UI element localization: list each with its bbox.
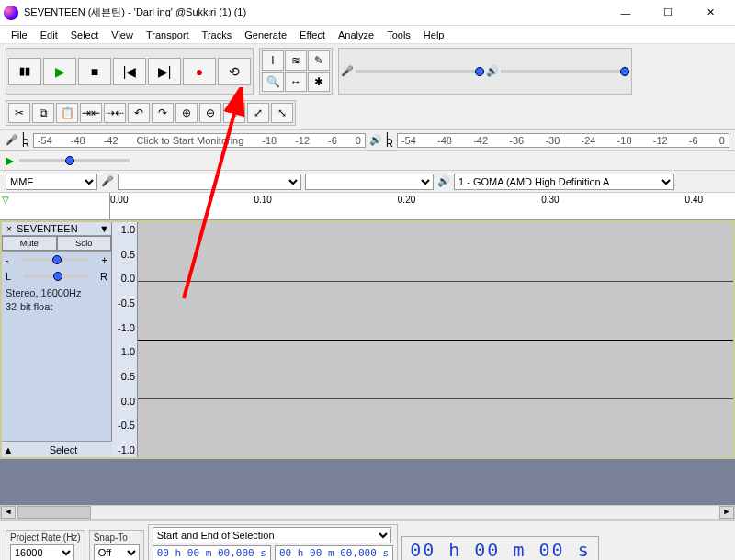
selection-end-time[interactable]: 00 h 00 m 00,000 s (275, 545, 393, 560)
audio-position-display[interactable]: 00 h 00 m 00 s (401, 536, 599, 560)
meter-row: 🎤 LR -54 -48 -42 Click to Start Monitori… (0, 130, 735, 151)
zoom-out-button[interactable]: ⊖ (199, 103, 221, 123)
rec-device-mic-icon: 🎤 (101, 175, 114, 187)
pause-button[interactable]: ▮▮ (8, 58, 41, 85)
toolbar-area: ▮▮ ▶ ■ |◀ ▶| ● ⟲ I ≋ ✎ 🔍 ↔ ✱ 🎤 🔊 ✂ ⧉ 📋 ⇥… (0, 44, 735, 130)
scroll-thumb[interactable] (17, 506, 91, 519)
horizontal-scrollbar[interactable]: ◄ ► (0, 505, 735, 520)
timeline-ruler[interactable]: ▽ 0.00 0.10 0.20 0.30 0.40 (0, 193, 735, 220)
menu-bar: File Edit Select View Transport Tracks G… (0, 26, 735, 44)
recording-channels-select[interactable] (305, 174, 434, 190)
mic-icon: 🎤 (341, 65, 354, 77)
speaker-icon: 🔊 (486, 65, 499, 77)
play-meter-speaker-icon: 🔊 (369, 134, 382, 146)
window-title: SEVENTEEN (세븐틴) - 'Darl ing' @Sukkiri (1… (24, 6, 605, 19)
zoom-tool-button[interactable]: 🔍 (262, 72, 284, 92)
recording-device-select[interactable] (118, 174, 301, 190)
minimize-button[interactable]: — (605, 0, 647, 26)
pan-slider[interactable] (24, 274, 88, 278)
device-toolbar: MME 🎤 🔊 1 - GOMA (AMD High Definition A (0, 171, 735, 193)
menu-view[interactable]: View (106, 28, 139, 42)
playback-speed-row: ▶ (0, 151, 735, 171)
rec-volume-slider[interactable] (356, 70, 484, 73)
play-volume-slider[interactable] (501, 70, 629, 73)
selection-format-select[interactable]: Start and End of Selection (153, 527, 391, 543)
menu-analyze[interactable]: Analyze (333, 28, 379, 42)
zoom-in-button[interactable]: ⊕ (175, 103, 198, 123)
menu-help[interactable]: Help (418, 28, 450, 42)
skip-start-button[interactable]: |◀ (113, 58, 146, 85)
play-meter-lr: LR (386, 133, 393, 148)
empty-track-space (0, 459, 735, 505)
loop-button[interactable]: ⟲ (218, 58, 251, 85)
menu-edit[interactable]: Edit (35, 28, 63, 42)
track-menu-dropdown-icon[interactable]: ▼ (99, 223, 109, 234)
title-bar: SEVENTEEN (세븐틴) - 'Darl ing' @Sukkiri (1… (0, 0, 735, 26)
menu-file[interactable]: File (6, 28, 33, 42)
maximize-button[interactable]: ☐ (647, 0, 689, 26)
rec-meter-mic-icon[interactable]: 🎤 (6, 134, 18, 146)
redo-button[interactable]: ↷ (152, 103, 174, 123)
menu-select[interactable]: Select (65, 28, 105, 42)
selection-tool-button[interactable]: I (262, 50, 284, 71)
timeshift-tool-button[interactable]: ↔ (285, 72, 307, 92)
envelope-tool-button[interactable]: ≋ (285, 50, 307, 71)
menu-tools[interactable]: Tools (381, 28, 416, 42)
snap-to-select[interactable]: Off (94, 544, 140, 560)
zoom-sel-button[interactable]: ⌕ (223, 103, 245, 123)
multi-tool-button[interactable]: ✱ (308, 72, 330, 92)
scroll-right-button[interactable]: ► (719, 506, 734, 519)
skip-end-button[interactable]: ▶| (148, 58, 181, 85)
track-collapse-button[interactable]: ▲ (2, 444, 15, 455)
menu-generate[interactable]: Generate (239, 28, 292, 42)
selection-start-time[interactable]: 00 h 00 m 00,000 s (153, 545, 271, 560)
track-name[interactable]: SEVENTEEN (15, 223, 99, 234)
pin-indicator-icon: ▽ (2, 195, 9, 205)
edit-toolbar: ✂ ⧉ 📋 ⇥⇤ ⇢⇠ ↶ ↷ ⊕ ⊖ ⌕ ⤢ ⤡ (6, 100, 296, 126)
play-button[interactable]: ▶ (43, 58, 76, 85)
record-button[interactable]: ● (183, 58, 216, 85)
project-rate-label: Project Rate (Hz) (10, 532, 81, 543)
selection-toolbar: Project Rate (Hz) 16000 Snap-To Off Star… (0, 520, 735, 560)
zoom-toggle-button[interactable]: ⤡ (271, 103, 293, 123)
rec-volume-toolbar: 🎤 🔊 (338, 48, 632, 95)
snap-to-label: Snap-To (94, 532, 140, 543)
draw-tool-button[interactable]: ✎ (308, 50, 330, 71)
app-logo-icon (4, 6, 18, 20)
menu-tracks[interactable]: Tracks (197, 28, 238, 42)
play-at-speed-button[interactable]: ▶ (6, 154, 14, 167)
track-format-info: Stereo, 16000Hz32-bit float (2, 285, 111, 315)
track-area: × SEVENTEEN ▼ Mute Solo -+ LR Stereo, 16… (0, 220, 735, 459)
gain-slider[interactable] (23, 258, 87, 262)
tools-toolbar: I ≋ ✎ 🔍 ↔ ✱ (259, 48, 333, 95)
paste-button[interactable]: 📋 (56, 103, 78, 123)
audio-host-select[interactable]: MME (6, 174, 97, 190)
track-close-button[interactable]: × (4, 223, 15, 234)
copy-button[interactable]: ⧉ (32, 103, 54, 123)
menu-effect[interactable]: Effect (294, 28, 331, 42)
waveform-canvas[interactable] (138, 222, 733, 457)
track-select-button[interactable]: Select (15, 444, 112, 455)
trim-button[interactable]: ⇥⇤ (80, 103, 102, 123)
undo-button[interactable]: ↶ (128, 103, 150, 123)
recording-meter[interactable]: -54 -48 -42 Click to Start Monitoring -1… (33, 133, 366, 148)
rec-meter-lr: LR (22, 133, 29, 148)
playback-speed-slider[interactable] (19, 159, 130, 162)
close-button[interactable]: ✕ (689, 0, 731, 26)
play-device-speaker-icon: 🔊 (437, 175, 450, 187)
scroll-left-button[interactable]: ◄ (1, 506, 16, 519)
amplitude-scale: 1.00.50.0-0.5-1.01.00.50.0-0.5-1.0 (112, 222, 138, 457)
project-rate-select[interactable]: 16000 (10, 544, 74, 560)
cut-button[interactable]: ✂ (8, 103, 30, 123)
silence-button[interactable]: ⇢⇠ (104, 103, 126, 123)
mute-button[interactable]: Mute (2, 236, 57, 251)
zoom-fit-button[interactable]: ⤢ (247, 103, 269, 123)
playback-device-select[interactable]: 1 - GOMA (AMD High Definition A (454, 174, 674, 190)
track-control-panel: × SEVENTEEN ▼ Mute Solo -+ LR Stereo, 16… (2, 222, 112, 457)
click-to-monitor[interactable]: Click to Start Monitoring (137, 135, 244, 146)
transport-toolbar: ▮▮ ▶ ■ |◀ ▶| ● ⟲ (6, 48, 254, 95)
solo-button[interactable]: Solo (57, 236, 112, 251)
playback-meter: -54 -48 -42 -36 -30 -24 -18 -12 -6 0 (397, 133, 729, 148)
stop-button[interactable]: ■ (78, 58, 111, 85)
menu-transport[interactable]: Transport (141, 28, 195, 42)
